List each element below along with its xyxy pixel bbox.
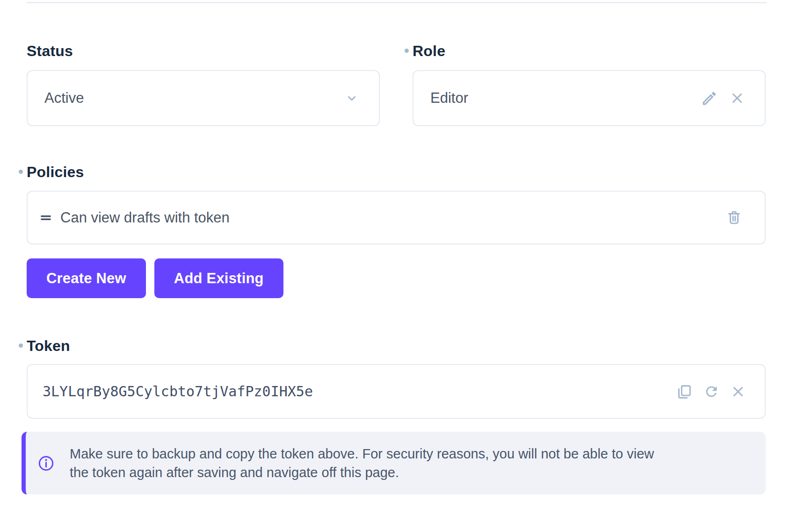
info-icon bbox=[37, 455, 55, 472]
required-indicator bbox=[19, 170, 23, 174]
clear-x-icon[interactable] bbox=[730, 384, 746, 400]
required-indicator bbox=[19, 343, 23, 348]
trash-icon[interactable] bbox=[726, 209, 742, 226]
status-select[interactable]: Active bbox=[27, 70, 380, 126]
role-field[interactable]: Editor bbox=[413, 70, 766, 126]
role-field-group: Role Editor bbox=[413, 43, 766, 126]
policy-name: Can view drafts with token bbox=[60, 209, 726, 226]
user-detail-form: Status Active Role Editor bbox=[0, 0, 812, 529]
token-label-text: Token bbox=[27, 337, 70, 354]
drag-handle-icon[interactable] bbox=[38, 210, 54, 226]
policy-list-item[interactable]: Can view drafts with token bbox=[27, 191, 766, 244]
notice-text: Make sure to backup and copy the token a… bbox=[70, 444, 654, 482]
policy-buttons: Create New Add Existing bbox=[27, 258, 766, 298]
create-new-button[interactable]: Create New bbox=[27, 258, 146, 298]
role-value: Editor bbox=[430, 90, 701, 107]
copy-icon[interactable] bbox=[676, 383, 693, 400]
form-content: Status Active Role Editor bbox=[27, 3, 766, 494]
role-label-text: Role bbox=[413, 43, 445, 59]
required-indicator bbox=[405, 49, 409, 53]
deselect-x-icon[interactable] bbox=[729, 90, 745, 106]
status-value: Active bbox=[44, 90, 344, 107]
token-actions bbox=[676, 383, 746, 400]
token-value: 3LYLqrBy8G5Cylcbto7tjVafPz0IHX5e bbox=[43, 383, 676, 400]
token-section: Token 3LYLqrBy8G5Cylcbto7tjVafPz0IHX5e bbox=[27, 337, 766, 494]
status-label: Status bbox=[27, 43, 380, 59]
regenerate-icon[interactable] bbox=[703, 384, 719, 400]
token-label: Token bbox=[27, 337, 766, 354]
policies-label-text: Policies bbox=[27, 164, 84, 180]
policies-label: Policies bbox=[27, 164, 766, 180]
token-field[interactable]: 3LYLqrBy8G5Cylcbto7tjVafPz0IHX5e bbox=[27, 364, 766, 419]
edit-pencil-icon[interactable] bbox=[701, 90, 718, 107]
status-field-group: Status Active bbox=[27, 43, 380, 126]
chevron-down-icon[interactable] bbox=[344, 91, 359, 106]
notice-line-1: Make sure to backup and copy the token a… bbox=[70, 444, 654, 463]
token-notice: Make sure to backup and copy the token a… bbox=[22, 432, 766, 494]
add-existing-button[interactable]: Add Existing bbox=[154, 258, 283, 298]
policies-section: Policies Can view drafts with token bbox=[27, 164, 766, 298]
status-role-row: Status Active Role Editor bbox=[27, 43, 766, 126]
notice-line-2: the token again after saving and navigat… bbox=[70, 463, 654, 482]
role-label: Role bbox=[413, 43, 766, 59]
